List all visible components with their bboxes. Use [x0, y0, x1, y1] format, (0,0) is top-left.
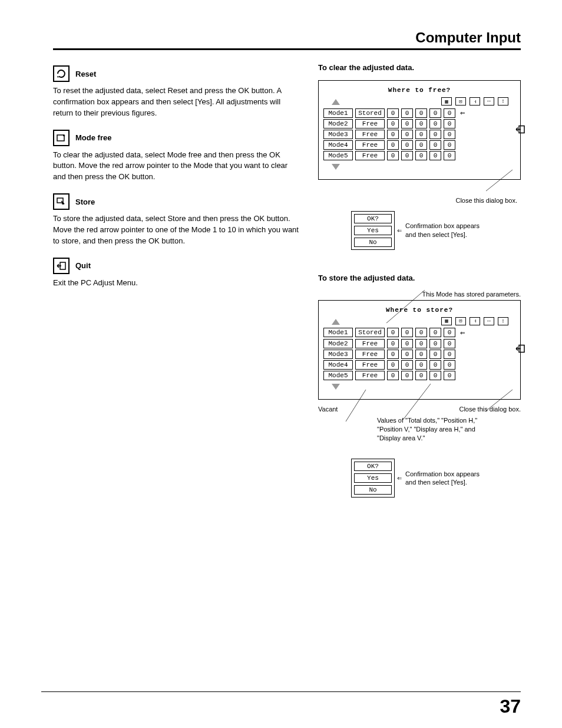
- mode-value: 0: [415, 119, 427, 129]
- table-row[interactable]: Mode2Free00000: [323, 339, 515, 348]
- pointer-icon: ⇐: [460, 328, 465, 338]
- clear-dialog: Where to free? ▦ ⊡ ⫞ ↔ ↕ Mode1Stored0000…: [318, 80, 521, 180]
- mode-value: 0: [444, 108, 455, 118]
- col-icon: ▦: [441, 97, 452, 106]
- table-row[interactable]: Mode5Free00000: [323, 371, 515, 380]
- mode-value: 0: [444, 350, 455, 359]
- modefree-icon: [53, 130, 70, 146]
- mode-name: Mode3: [323, 350, 353, 359]
- mode-value: 0: [444, 328, 455, 337]
- confirm-no[interactable]: No: [354, 485, 392, 495]
- mode-name: Mode5: [323, 371, 353, 380]
- mode-status: Stored: [355, 108, 385, 118]
- store-dialog-title: Where to store?: [323, 307, 515, 314]
- mode-value: 0: [429, 339, 441, 348]
- store-title: Store: [75, 197, 95, 206]
- table-row[interactable]: Mode5Free00000: [323, 151, 515, 160]
- quit-side-icon[interactable]: [514, 344, 526, 356]
- mode-value: 0: [444, 151, 455, 160]
- mode-value: 0: [444, 140, 455, 150]
- col-icon: ↔: [484, 97, 494, 106]
- table-row[interactable]: Mode1Stored00000⇐: [323, 108, 515, 118]
- mode-status: Free: [355, 140, 385, 150]
- table-row[interactable]: Mode4Free00000: [323, 140, 515, 150]
- mode-value: 0: [429, 328, 441, 337]
- table-row[interactable]: Mode4Free00000: [323, 360, 515, 370]
- mode-name: Mode1: [323, 328, 353, 337]
- table-row[interactable]: Mode3Free00000: [323, 350, 515, 359]
- confirm-yes[interactable]: Yes⇐: [354, 226, 392, 235]
- confirm-caption: Confirmation box appears and then select…: [405, 470, 488, 487]
- confirm-no[interactable]: No: [354, 238, 392, 247]
- vacant-caption: Vacant: [318, 406, 338, 413]
- mode-value: 0: [415, 108, 427, 118]
- pointer-icon: ⇐: [397, 473, 402, 483]
- clear-heading: To clear the adjusted data.: [318, 63, 521, 72]
- modefree-title: Mode free: [75, 133, 111, 142]
- confirm-title: OK?: [354, 214, 392, 223]
- confirm-dialog: OK? Yes⇐ No: [351, 211, 395, 250]
- modefree-body: To clear the adjusted data, select Mode …: [53, 150, 300, 183]
- mode-value: 0: [401, 130, 413, 139]
- table-row[interactable]: Mode2Free00000: [323, 119, 515, 129]
- quit-body: Exit the PC Adjust Menu.: [53, 278, 300, 289]
- mode-status: Free: [355, 130, 385, 139]
- mode-value: 0: [429, 119, 441, 129]
- mode-value: 0: [387, 360, 399, 370]
- col-icon: ↕: [498, 317, 508, 325]
- store-icon: [53, 193, 70, 210]
- mode-value: 0: [415, 371, 427, 380]
- mode-value: 0: [415, 130, 427, 139]
- mode-value: 0: [429, 108, 441, 118]
- col-icon: ⫞: [470, 97, 480, 106]
- mode-value: 0: [387, 151, 399, 160]
- pointer-icon: ⇐: [460, 108, 465, 118]
- mode-value: 0: [387, 350, 399, 359]
- reset-body: To reset the adjusted data, select Reset…: [53, 85, 300, 119]
- store-body: To store the adjusted data, select Store…: [53, 213, 300, 247]
- mode-value: 0: [387, 371, 399, 380]
- header-rule: [53, 48, 521, 50]
- confirm-dialog: OK? Yes⇐ No: [351, 459, 395, 498]
- mode-name: Mode5: [323, 151, 353, 160]
- scroll-up-icon[interactable]: [332, 99, 340, 105]
- mode-value: 0: [444, 339, 455, 348]
- mode-value: 0: [415, 151, 427, 160]
- quit-side-icon[interactable]: [514, 124, 526, 136]
- col-icon: ▦: [441, 317, 452, 325]
- mode-value: 0: [387, 130, 399, 139]
- mode-status: Free: [355, 339, 385, 348]
- col-icon: ⊡: [455, 97, 466, 106]
- scroll-up-icon[interactable]: [332, 319, 340, 325]
- quit-icon: [53, 258, 70, 274]
- mode-name: Mode3: [323, 130, 353, 139]
- scroll-down-icon[interactable]: [332, 384, 340, 390]
- mode-value: 0: [387, 108, 399, 118]
- quit-title: Quit: [75, 261, 91, 270]
- col-icon: ↔: [484, 317, 494, 325]
- mode-value: 0: [429, 360, 441, 370]
- mode-name: Mode2: [323, 339, 353, 348]
- mode-value: 0: [401, 360, 413, 370]
- mode-status: Free: [355, 119, 385, 129]
- mode-status: Free: [355, 350, 385, 359]
- table-row[interactable]: Mode1Stored00000⇐: [323, 328, 515, 338]
- scroll-down-icon[interactable]: [332, 164, 340, 170]
- reset-icon: [53, 65, 70, 82]
- confirm-caption: Confirmation box appears and then select…: [405, 222, 488, 239]
- pointer-icon: ⇐: [397, 226, 402, 235]
- mode-value: 0: [415, 328, 427, 337]
- mode-status: Free: [355, 151, 385, 160]
- mode-value: 0: [401, 339, 413, 348]
- confirm-yes[interactable]: Yes⇐: [354, 473, 392, 483]
- mode-value: 0: [429, 140, 441, 150]
- table-row[interactable]: Mode3Free00000: [323, 130, 515, 139]
- col-icon: ↕: [498, 97, 508, 106]
- mode-value: 0: [444, 371, 455, 380]
- mode-value: 0: [401, 108, 413, 118]
- store-heading: To store the adjusted data.: [318, 274, 521, 282]
- mode-status: Free: [355, 371, 385, 380]
- mode-value: 0: [429, 130, 441, 139]
- mode-value: 0: [387, 140, 399, 150]
- mode-status: Free: [355, 360, 385, 370]
